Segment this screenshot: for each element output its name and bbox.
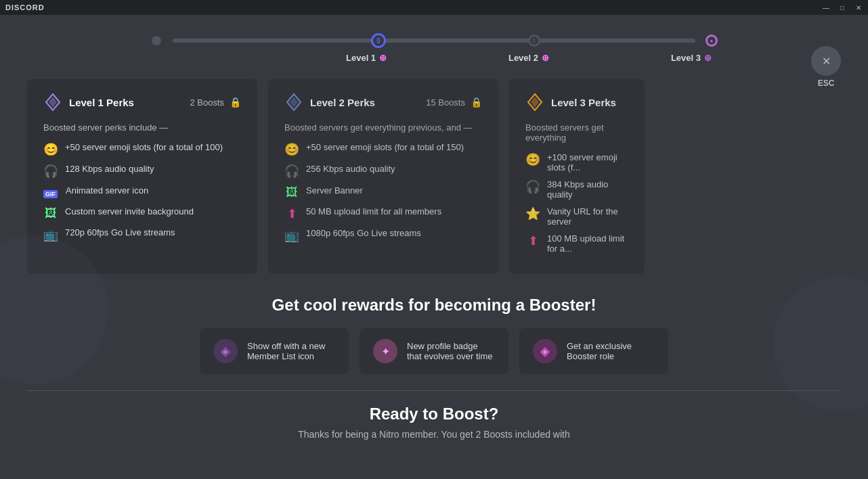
level1-perk-text-3: Custom server invite background	[65, 206, 194, 216]
progress-section: 0 0 ● Level 1 ⊕ Level 2 ⊕	[27, 31, 841, 63]
level1-card-title: Level 1 Perks	[69, 97, 134, 108]
level1-boosts-count: 2 Boosts	[190, 97, 224, 108]
level2-plus-icon: ⊕	[542, 53, 549, 63]
level3-plus-icon: ⊕	[704, 53, 712, 63]
level2-card-header-right: 15 Boosts 🔒	[426, 97, 482, 108]
level3-label: Level 3 ⊕	[671, 53, 712, 63]
maximize-button[interactable]: □	[838, 3, 846, 12]
level1-plus-icon: ⊕	[379, 53, 387, 63]
level1-card-header-right: 2 Boosts 🔒	[190, 97, 241, 108]
close-button[interactable]: ✕	[854, 3, 863, 12]
esc-circle[interactable]: ✕	[811, 46, 841, 76]
level1-perk-text-4: 720p 60fps Go Live streams	[65, 227, 175, 237]
progress-node-level1: 0	[371, 33, 386, 48]
level3-perk-text-1: 384 Kbps audio quality	[547, 179, 628, 200]
reward-badge-icon-wrap: ✦	[373, 339, 397, 363]
divider	[27, 390, 841, 391]
level3-card-header-left: Level 3 Perks	[525, 93, 616, 112]
level2-card-title: Level 2 Perks	[310, 97, 375, 108]
level2-banner-icon: 🖼	[284, 185, 299, 200]
level3-perk-card: Level 3 Perks Boosted servers get everyt…	[509, 79, 645, 274]
level2-card-header-left: Level 2 Perks	[284, 93, 375, 112]
level2-diamond-icon	[284, 93, 303, 112]
level3-perk-text-0: +100 server emoji slots (f...	[547, 152, 628, 173]
level2-perk-item-2: 🖼 Server Banner	[284, 185, 482, 200]
reward-badge-text: New profile badge that evolves over time	[407, 341, 495, 361]
level1-audio-icon: 🎧	[43, 164, 58, 179]
level1-card-subtitle: Boosted server perks include —	[43, 122, 241, 133]
level2-perk-item-4: 📺 1080p 60fps Go Live streams	[284, 228, 482, 243]
level2-golive-icon: 📺	[284, 228, 299, 243]
reward-badge-icon: ✦	[381, 345, 390, 358]
level2-boosts-count: 15 Boosts	[426, 97, 465, 108]
level3-upload-icon: ⬆	[525, 233, 540, 248]
level3-perk-item-1: 🎧 384 Kbps audio quality	[525, 179, 628, 200]
level1-perk-text-0: +50 server emoji slots (for a total of 1…	[65, 142, 223, 152]
reward-card-profile-badge: ✦ New profile badge that evolves over ti…	[360, 328, 508, 374]
reward-role-icon: ◈	[540, 344, 550, 359]
level2-lock-icon: 🔒	[471, 97, 482, 108]
level2-card-header: Level 2 Perks 15 Boosts 🔒	[284, 93, 482, 112]
progress-node-level3: ●	[706, 35, 718, 47]
level2-audio-icon: 🎧	[284, 164, 299, 179]
reward-card-member-icon: ◈ Show off with a new Member List icon	[200, 328, 349, 374]
level1-diamond-icon	[43, 93, 62, 112]
level1-lock-icon: 🔒	[230, 97, 241, 108]
progress-node-level2: 0	[528, 35, 540, 47]
level2-perk-item-0: 😊 +50 server emoji slots (for a total of…	[284, 142, 482, 157]
level1-perk-item-2: GIF Animated server icon	[43, 185, 241, 200]
perks-cards-row: Level 1 Perks 2 Boosts 🔒 Boosted server …	[27, 79, 841, 274]
level2-emoji-icon: 😊	[284, 142, 299, 157]
level2-perk-text-3: 50 MB upload limit for all members	[306, 206, 441, 216]
level2-perk-item-3: ⬆ 50 MB upload limit for all members	[284, 206, 482, 221]
level2-perk-item-1: 🎧 256 Kbps audio quality	[284, 164, 482, 179]
level3-perk-text-3: 100 MB upload limit for a...	[547, 233, 628, 254]
level3-perk-item-2: ⭐ Vanity URL for the server	[525, 206, 628, 227]
reward-card-booster-role: ◈ Get an exclusive Booster role	[519, 328, 668, 374]
level1-perk-item-4: 📺 720p 60fps Go Live streams	[43, 227, 241, 242]
reward-role-text: Get an exclusive Booster role	[567, 341, 655, 361]
level2-label: Level 2 ⊕	[508, 53, 549, 63]
level1-card-header-left: Level 1 Perks	[43, 93, 134, 112]
level3-perk-item-0: 😊 +100 server emoji slots (f...	[525, 152, 628, 173]
minimize-button[interactable]: —	[822, 3, 830, 12]
level2-upload-icon: ⬆	[284, 206, 299, 221]
level1-perk-item-0: 😊 +50 server emoji slots (for a total of…	[43, 142, 241, 157]
reward-role-icon-wrap: ◈	[533, 339, 557, 363]
level3-vanity-icon: ⭐	[525, 206, 540, 221]
level2-perk-text-1: 256 Kbps audio quality	[306, 164, 395, 174]
reward-member-icon-wrap: ◈	[213, 339, 238, 363]
main-content: ✕ ESC 0 0 ●	[0, 15, 868, 479]
level3-diamond-icon	[525, 93, 544, 112]
level1-perk-card: Level 1 Perks 2 Boosts 🔒 Boosted server …	[27, 79, 257, 274]
level2-card-subtitle: Boosted servers get everything previous,…	[284, 122, 482, 133]
reward-member-text: Show off with a new Member List icon	[247, 341, 335, 361]
level2-perk-text-2: Server Banner	[306, 185, 363, 196]
level1-perk-item-1: 🎧 128 Kbps audio quality	[43, 164, 241, 179]
level3-audio-icon: 🎧	[525, 179, 540, 194]
level3-card-header: Level 3 Perks	[525, 93, 628, 112]
window-controls[interactable]: — □ ✕	[822, 3, 863, 12]
level3-card-title: Level 3 Perks	[551, 97, 616, 108]
level1-perk-text-2: Animated server icon	[66, 185, 148, 196]
rewards-title: Get cool rewards for becoming a Booster!	[27, 296, 841, 315]
level2-perk-text-0: +50 server emoji slots (for a total of 1…	[306, 142, 464, 152]
esc-button[interactable]: ✕ ESC	[811, 46, 841, 88]
level1-perk-text-1: 128 Kbps audio quality	[65, 164, 154, 174]
boost-subtitle: Thanks for being a Nitro member. You get…	[27, 429, 841, 440]
level1-golive-icon: 📺	[43, 227, 58, 242]
level1-emoji-icon: 😊	[43, 142, 58, 157]
progress-node-start	[152, 36, 161, 45]
level3-perk-item-3: ⬆ 100 MB upload limit for a...	[525, 233, 628, 254]
title-bar: DISCORD — □ ✕	[0, 0, 868, 15]
rewards-cards: ◈ Show off with a new Member List icon ✦…	[27, 328, 841, 374]
rewards-section: Get cool rewards for becoming a Booster!…	[27, 296, 841, 374]
boost-section: Ready to Boost? Thanks for being a Nitro…	[27, 405, 841, 440]
level3-emoji-icon: 😊	[525, 152, 540, 167]
level2-perk-text-4: 1080p 60fps Go Live streams	[306, 228, 421, 238]
boost-title: Ready to Boost?	[27, 405, 841, 424]
level1-perk-item-3: 🖼 Custom server invite background	[43, 206, 241, 221]
app-logo: DISCORD	[5, 3, 45, 12]
reward-member-icon: ◈	[221, 344, 230, 359]
level1-card-header: Level 1 Perks 2 Boosts 🔒	[43, 93, 241, 112]
